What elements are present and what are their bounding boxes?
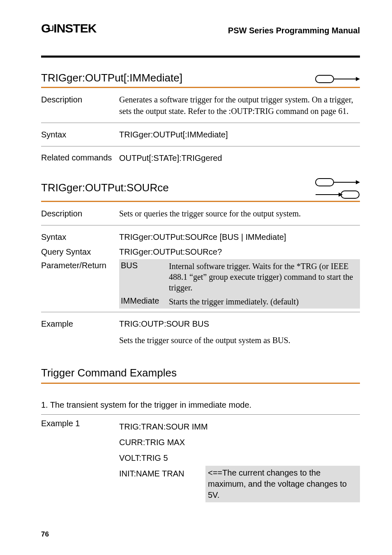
- description-label: Description: [41, 208, 119, 219]
- example1-label: Example 1: [41, 419, 119, 502]
- example1-commands: TRIG:TRAN:SOUR IMM CURR:TRIG MAX VOLT:TR…: [119, 419, 360, 502]
- svg-marker-5: [356, 180, 360, 184]
- example-list-item: 1. The transient system for the trigger …: [41, 393, 360, 415]
- section1-related-row: Related commands OUTPut[:STATe]:TRIGgere…: [41, 146, 360, 170]
- command-line-with-note: INIT:NAME TRAN <==The current changes to…: [119, 466, 360, 502]
- description-text: Generates a software trigger for the out…: [119, 94, 360, 117]
- set-query-icon: [315, 177, 360, 200]
- page-number: 76: [41, 530, 49, 539]
- example-note: Sets the trigger source of the output sy…: [119, 334, 360, 346]
- query-syntax-text: TRIGger:OUTPut:SOURce?: [119, 246, 360, 258]
- description-label: Description: [41, 94, 119, 117]
- section2-param-row: Parameter/Return BUS Internal software t…: [41, 259, 360, 312]
- syntax-label: Syntax: [41, 129, 119, 140]
- example-label: Example: [41, 318, 119, 346]
- parameter-label: Parameter/Return: [41, 259, 119, 309]
- section2-heading: TRIGger:OUTPut:SOURce: [41, 181, 169, 196]
- section1-heading-row: TRIGger:OUTPut[:IMMediate]: [41, 72, 360, 86]
- section1-heading: TRIGger:OUTPut[:IMMediate]: [41, 72, 182, 86]
- svg-rect-0: [316, 75, 334, 83]
- example-block: TRIG:OUTP:SOUR BUS Sets the trigger sour…: [119, 318, 360, 346]
- section3-heading: Trigger Command Examples: [41, 367, 360, 382]
- syntax-text: TRIGger:OUTPut:SOURce [BUS | IMMediate]: [119, 231, 360, 243]
- param-immediate-key: IMMediate: [119, 295, 166, 309]
- related-text: OUTPut[:STATe]:TRIGgered: [119, 152, 360, 164]
- related-label: Related commands: [41, 152, 119, 164]
- param-bus-val: Internal software trigger. Waits for the…: [166, 259, 360, 295]
- section2-qsyntax-row: Query Syntax TRIGger:OUTPut:SOURce?: [41, 244, 360, 259]
- example-command: TRIG:OUTP:SOUR BUS: [119, 318, 360, 330]
- command-text: INIT:NAME TRAN: [119, 466, 205, 481]
- syntax-label: Syntax: [41, 231, 119, 243]
- param-immediate-val: Starts the trigger immediately. (default…: [166, 295, 360, 309]
- section2-syntax-row: Syntax TRIGger:OUTPut:SOURce [BUS | IMMe…: [41, 225, 360, 244]
- command-annotation: <==The current changes to the maximum, a…: [205, 466, 360, 502]
- svg-marker-2: [356, 77, 360, 81]
- page-header: G⊔INSTEK PSW Series Programming Manual: [41, 21, 360, 37]
- command-line: TRIG:TRAN:SOUR IMM: [119, 419, 360, 434]
- query-syntax-label: Query Syntax: [41, 246, 119, 258]
- svg-rect-6: [341, 191, 359, 198]
- description-text: Sets or queries the trigger source for t…: [119, 208, 360, 219]
- manual-title: PSW Series Programming Manual: [228, 26, 360, 35]
- svg-marker-8: [339, 193, 343, 197]
- syntax-text: TRIGger:OUTPut[:IMMediate]: [119, 129, 360, 140]
- section1-syntax-row: Syntax TRIGger:OUTPut[:IMMediate]: [41, 123, 360, 146]
- svg-rect-3: [316, 179, 334, 186]
- section2-example-row: Example TRIG:OUTP:SOUR BUS Sets the trig…: [41, 312, 360, 352]
- command-line: VOLT:TRIG 5: [119, 450, 360, 466]
- set-icon: [315, 74, 360, 84]
- example1-block: Example 1 TRIG:TRAN:SOUR IMM CURR:TRIG M…: [41, 415, 360, 502]
- section1-description-row: Description Generates a software trigger…: [41, 88, 360, 123]
- command-line: CURR:TRIG MAX: [119, 434, 360, 450]
- param-bus-key: BUS: [119, 259, 166, 295]
- brand-logo: G⊔INSTEK: [41, 21, 96, 35]
- section2-heading-row: TRIGger:OUTPut:SOURce: [41, 177, 360, 200]
- section2-description-row: Description Sets or queries the trigger …: [41, 202, 360, 225]
